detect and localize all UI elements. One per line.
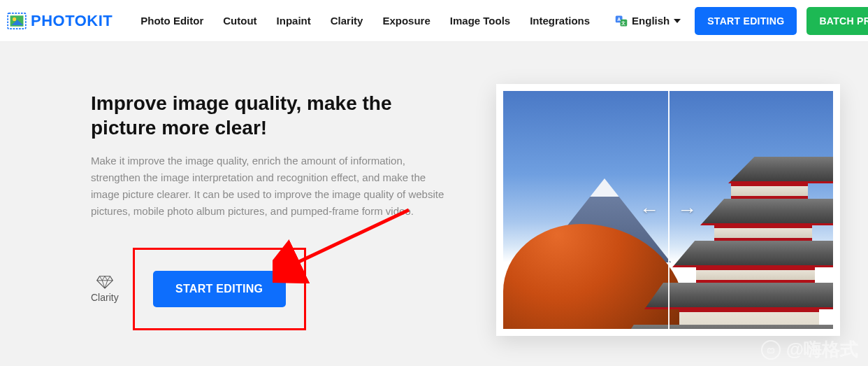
watermark: @嗨格式 xyxy=(761,337,858,362)
svg-point-11 xyxy=(769,350,770,351)
start-editing-button[interactable]: START EDITING xyxy=(153,271,286,307)
main-nav: Photo Editor Cutout Inpaint Clarity Expo… xyxy=(140,15,681,27)
language-label: English xyxy=(632,15,670,27)
diamond-icon xyxy=(96,275,113,289)
hero-section: Improve image quality, make the picture … xyxy=(91,84,454,336)
svg-text:A: A xyxy=(617,17,621,22)
clarity-label-text: Clarity xyxy=(91,292,119,303)
language-selector[interactable]: A 文 English xyxy=(615,15,681,27)
header-batch-process-button[interactable]: BATCH PROCESS xyxy=(806,7,868,35)
compare-image-pagoda xyxy=(679,154,833,329)
nav-inpaint[interactable]: Inpaint xyxy=(277,15,311,27)
clarity-feature: Clarity xyxy=(91,275,119,303)
svg-text:文: 文 xyxy=(621,20,625,25)
image-compare-card: ← → xyxy=(496,84,840,336)
main-content: Improve image quality, make the picture … xyxy=(0,42,868,336)
feature-row: Clarity START EDITING xyxy=(91,248,454,330)
header: PHOTOKIT Photo Editor Cutout Inpaint Cla… xyxy=(0,0,868,42)
translate-icon: A 文 xyxy=(615,15,628,27)
svg-marker-8 xyxy=(97,276,113,288)
nav-image-tools[interactable]: Image Tools xyxy=(450,15,510,27)
compare-slider-handle[interactable]: ← → xyxy=(639,199,697,221)
watermark-logo-icon xyxy=(761,340,781,360)
header-start-editing-button[interactable]: START EDITING xyxy=(695,7,797,35)
svg-point-12 xyxy=(772,350,773,351)
nav-cutout[interactable]: Cutout xyxy=(223,15,256,27)
nav-integrations[interactable]: Integrations xyxy=(530,15,590,27)
nav-clarity[interactable]: Clarity xyxy=(331,15,363,27)
chevron-down-icon xyxy=(674,19,681,23)
annotation-highlight: START EDITING xyxy=(133,248,306,330)
nav-photo-editor[interactable]: Photo Editor xyxy=(140,15,203,27)
brand-name: PHOTOKIT xyxy=(31,12,113,30)
nav-exposure[interactable]: Exposure xyxy=(382,15,430,27)
header-actions: START EDITING BATCH PROCESS xyxy=(695,7,868,35)
photokit-logo-icon xyxy=(7,13,27,29)
image-compare-viewport: ← → xyxy=(503,91,833,329)
hero-title: Improve image quality, make the picture … xyxy=(91,91,454,140)
watermark-text: @嗨格式 xyxy=(786,337,858,362)
svg-point-2 xyxy=(13,17,16,20)
hero-description: Make it improve the image quality, enric… xyxy=(91,153,454,220)
arrow-right-icon: → xyxy=(677,199,697,221)
arrow-left-icon: ← xyxy=(639,199,659,221)
brand-logo[interactable]: PHOTOKIT xyxy=(7,12,113,30)
